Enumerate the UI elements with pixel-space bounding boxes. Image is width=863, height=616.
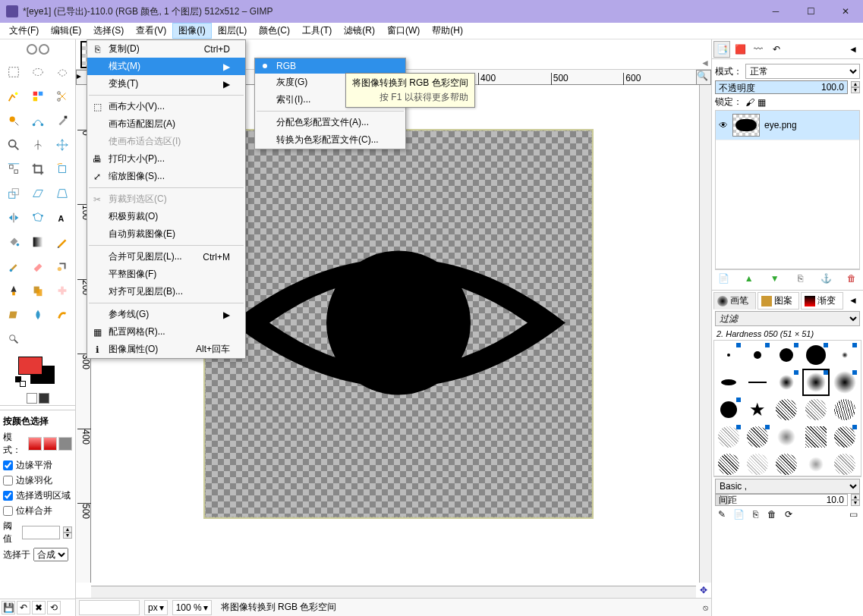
tab-layers[interactable]: 📑 (713, 41, 730, 58)
brush-item[interactable] (831, 396, 858, 423)
menu-item[interactable]: 对齐可见图层(B)... (87, 283, 245, 300)
menu-item[interactable]: 合并可见图层(L)...Ctrl+M (87, 248, 245, 266)
tool-color-select[interactable] (27, 85, 49, 108)
minimize-button[interactable]: ─ (758, 0, 793, 23)
menu-item[interactable]: 模式(M)▶ (87, 58, 245, 75)
brush-item[interactable] (715, 396, 742, 423)
layer-name[interactable]: eye.png (764, 120, 797, 130)
layer-new[interactable]: 📄 (717, 272, 730, 285)
brush-item[interactable] (802, 341, 830, 369)
tool-scale[interactable] (2, 182, 25, 205)
tool-rect-select[interactable] (2, 61, 25, 83)
unit-select[interactable]: px ▾ (144, 600, 168, 615)
brush-item[interactable] (744, 369, 771, 396)
tool-rotate[interactable] (51, 158, 74, 181)
tool-paintbrush[interactable] (2, 255, 25, 278)
brush-item[interactable] (773, 451, 800, 476)
navigation-icon[interactable]: ✥ (696, 583, 711, 598)
menu-item[interactable]: ⬚画布大小(V)... (87, 98, 245, 115)
layer-row[interactable]: 👁 eye.png (716, 111, 859, 140)
layer-up[interactable]: ▲ (742, 272, 756, 285)
close-button[interactable]: ✕ (828, 0, 863, 23)
tab-undo[interactable]: ↶ (768, 41, 785, 58)
tool-ink[interactable] (2, 279, 25, 302)
visibility-icon[interactable]: 👁 (719, 120, 728, 130)
menu-item[interactable]: 转换为色彩配置文件(C)... (255, 131, 405, 149)
tab-gradients[interactable]: 渐变 (801, 292, 843, 310)
menu-color[interactable]: 颜色(C) (253, 23, 296, 39)
brush-refresh[interactable]: ⟳ (782, 508, 795, 521)
fg-color[interactable] (18, 357, 43, 375)
brush-new[interactable]: 📄 (732, 508, 745, 521)
menu-item[interactable]: 使画布适合选区(I) (87, 133, 245, 150)
brush-item[interactable] (831, 341, 858, 369)
brush-item[interactable] (802, 369, 830, 396)
menu-filters[interactable]: 滤镜(R) (338, 23, 381, 39)
menu-item[interactable]: 平整图像(F) (87, 266, 245, 283)
menu-help[interactable]: 帮助(H) (426, 23, 469, 39)
menu-item[interactable]: ⎘复制(D)Ctrl+D (87, 40, 245, 58)
menu-item[interactable]: 🖶打印大小(P)... (87, 150, 245, 168)
color-swatches[interactable] (15, 357, 61, 387)
tool-fuzzy-select[interactable] (2, 85, 25, 108)
dock-menu-icon[interactable]: ◄ (845, 41, 861, 58)
mode-sub[interactable] (58, 437, 72, 451)
brush-dup[interactable]: ⎘ (748, 508, 762, 521)
menu-item[interactable]: 自动剪裁图像(E) (87, 225, 245, 243)
layer-anchor[interactable]: ⚓ (819, 272, 833, 285)
layer-dup[interactable]: ⎘ (793, 272, 807, 285)
brush-item[interactable] (715, 451, 742, 476)
tool-foreground[interactable] (2, 109, 25, 132)
tool-dodge[interactable] (2, 328, 25, 350)
threshold-input[interactable] (22, 526, 60, 539)
tab-paths[interactable]: 〰 (750, 41, 767, 58)
brush-item[interactable] (802, 451, 830, 476)
brush-item[interactable]: ★ (744, 396, 771, 423)
menu-file[interactable]: 文件(F) (3, 23, 45, 39)
spacing-slider[interactable]: 间距10.0 (715, 494, 848, 506)
tool-eraser[interactable] (27, 255, 49, 278)
cb-transparent[interactable] (3, 491, 13, 501)
menu-item[interactable]: 分配色彩配置文件(A)... (255, 114, 405, 131)
tool-measure[interactable] (27, 134, 49, 156)
select-by[interactable]: 合成 (33, 548, 68, 561)
brush-item[interactable] (773, 423, 800, 451)
maximize-button[interactable]: ☐ (793, 0, 828, 23)
swap-reset-icon[interactable] (15, 376, 26, 387)
menu-item[interactable]: 变换(T)▶ (87, 75, 245, 93)
blend-mode[interactable]: 正常 (745, 64, 860, 79)
canvas[interactable] (205, 130, 592, 517)
brush-item[interactable] (773, 369, 800, 396)
tool-flip[interactable] (2, 206, 25, 229)
tool-zoom[interactable] (2, 134, 25, 156)
opts-reset[interactable]: ⟲ (47, 601, 61, 614)
tool-scissors[interactable] (51, 85, 74, 108)
brush-item[interactable] (744, 341, 771, 369)
tool-color-picker[interactable] (51, 109, 74, 132)
layer-delete[interactable]: 🗑 (845, 272, 858, 285)
mode-replace[interactable] (28, 437, 42, 451)
tool-cage[interactable] (27, 206, 49, 229)
opts-revert[interactable]: ↶ (17, 601, 30, 614)
brush-item[interactable] (831, 451, 858, 476)
brush-delete[interactable]: 🗑 (765, 508, 779, 521)
tool-text[interactable]: A (51, 206, 74, 229)
menu-view[interactable]: 查看(V) (130, 23, 172, 39)
tab-channels[interactable]: 🟥 (732, 41, 748, 58)
menu-item[interactable]: ▦配置网格(R)... (87, 323, 245, 341)
tool-gradient[interactable] (27, 231, 49, 253)
menu-tools[interactable]: 工具(T) (296, 23, 338, 39)
tab-patterns[interactable]: 图案 (757, 292, 800, 310)
scrollbar-horizontal[interactable] (91, 586, 696, 598)
tabs-menu-icon[interactable]: ◄ (701, 58, 710, 68)
menu-item[interactable]: ⤢缩放图像(S)... (87, 168, 245, 185)
brush-item[interactable] (715, 369, 742, 396)
ruler-corner[interactable]: 🔍 (696, 70, 711, 85)
opts-save[interactable]: 💾 (2, 601, 15, 614)
tool-shear[interactable] (27, 182, 49, 205)
tool-airbrush[interactable] (51, 255, 74, 278)
menu-item[interactable]: 积极剪裁(O) (87, 208, 245, 225)
menu-layer[interactable]: 图层(L) (212, 23, 254, 39)
tool-paths[interactable] (27, 109, 49, 132)
tool-persp-clone[interactable] (2, 303, 25, 326)
